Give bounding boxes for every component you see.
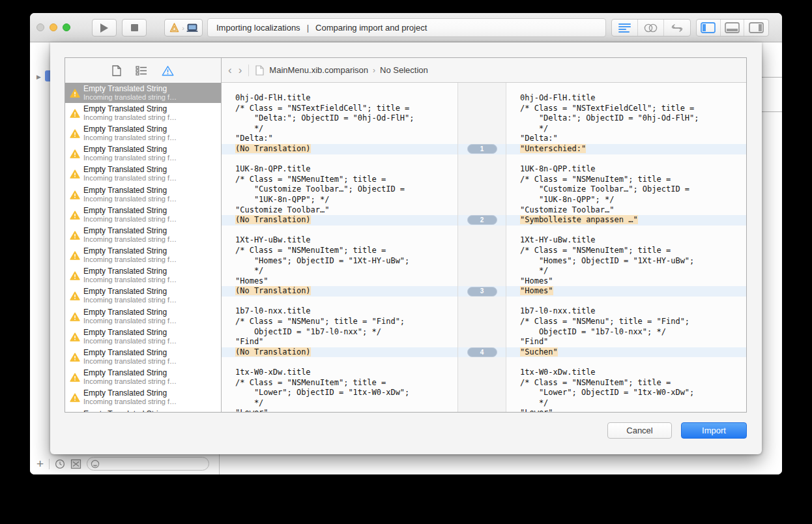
navigator-panel-button[interactable] — [697, 20, 721, 36]
play-icon — [100, 23, 108, 33]
debug-area-icon — [725, 22, 740, 33]
issue-list-item[interactable]: Empty Translated String Incoming transla… — [65, 225, 221, 245]
utilities-panel-button[interactable] — [744, 20, 768, 36]
code-line: "Customize Toolbar…"; ObjectID = — [506, 184, 746, 195]
list-tab-icon[interactable] — [136, 66, 147, 76]
issue-title: Empty Translated String — [83, 410, 177, 412]
issue-list-item[interactable]: Empty Translated String Incoming transla… — [65, 408, 221, 412]
recent-files-icon[interactable] — [55, 459, 65, 469]
import-button[interactable]: Import — [681, 422, 747, 439]
issue-subtitle: Incoming translated string f… — [83, 377, 177, 386]
zoom-window-button[interactable] — [63, 23, 70, 31]
warning-icon — [70, 89, 80, 98]
add-button[interactable]: + — [36, 457, 44, 471]
diff-badge[interactable]: 3 — [467, 287, 497, 297]
gutter-line — [458, 378, 506, 388]
warning-icon — [70, 373, 80, 382]
cancel-button[interactable]: Cancel — [607, 422, 672, 439]
issue-title: Empty Translated String — [83, 328, 177, 337]
file-tab-icon[interactable] — [112, 65, 121, 76]
breadcrumb-selection[interactable]: No Selection — [380, 65, 428, 75]
diff-badge[interactable]: 4 — [467, 347, 497, 357]
diff-badge[interactable]: 2 — [467, 215, 497, 225]
issue-title: Empty Translated String — [83, 186, 177, 195]
code-line: 1UK-8n-QPP.title — [222, 164, 457, 175]
issue-list-item[interactable]: Empty Translated String Incoming transla… — [65, 246, 221, 266]
issue-list-item[interactable]: Empty Translated String Incoming transla… — [65, 388, 221, 408]
navigator-filter-bar: + — [30, 453, 219, 474]
gutter-line: 1 — [458, 144, 506, 154]
diff-badge[interactable]: 1 — [467, 144, 497, 154]
issue-list-item[interactable]: Empty Translated String Incoming transla… — [65, 368, 221, 388]
import-target-pane: 0hj-Od-FlH.title/* Class = "NSTextFieldC… — [506, 83, 746, 412]
issue-list-item[interactable]: Empty Translated String Incoming transla… — [65, 103, 221, 123]
divider — [762, 111, 782, 112]
issue-list-item[interactable]: Empty Translated String Incoming transla… — [65, 144, 221, 164]
issue-title: Empty Translated String — [83, 308, 177, 317]
changed-string: "Unterschied:" — [520, 144, 586, 153]
issue-list-item[interactable]: Empty Translated String Incoming transla… — [65, 184, 221, 205]
xcode-window: › Importing localizations | Comparing im… — [30, 13, 782, 474]
forward-button[interactable]: › — [239, 65, 249, 76]
gutter-line: 3 — [458, 286, 506, 297]
code-line: */ — [222, 266, 457, 276]
disclosure-triangle-icon[interactable]: ▶ — [36, 74, 41, 80]
minimize-window-button[interactable] — [50, 23, 57, 31]
issue-list-item[interactable]: Empty Translated String Incoming transla… — [65, 83, 221, 103]
navigator-panel-icon — [701, 22, 716, 33]
breadcrumb-file[interactable]: MainMenu.xib.comparison — [269, 65, 368, 75]
diff-line: "Homes" — [506, 286, 746, 297]
issue-subtitle: Incoming translated string f… — [83, 357, 177, 366]
issue-list-item[interactable]: Empty Translated String Incoming transla… — [65, 164, 221, 184]
import-source-pane: 0hj-Od-FlH.title/* Class = "NSTextFieldC… — [222, 83, 457, 412]
issue-list-item[interactable]: Empty Translated String Incoming transla… — [65, 286, 221, 306]
divider — [49, 459, 50, 469]
standard-editor-button[interactable] — [612, 20, 638, 36]
issue-list-item[interactable]: Empty Translated String Incoming transla… — [65, 205, 221, 225]
code-line: */ — [506, 398, 746, 409]
filter-field[interactable] — [87, 457, 209, 471]
assistant-editor-button[interactable] — [638, 20, 664, 36]
issue-list-item[interactable]: Empty Translated String Incoming transla… — [65, 123, 221, 143]
code-line: 1Xt-HY-uBw.title — [506, 235, 746, 246]
utilities-panel-icon — [749, 22, 764, 33]
issues-sidebar: Empty Translated String Incoming transla… — [65, 58, 222, 412]
issue-list-item[interactable]: Empty Translated String Incoming transla… — [65, 347, 221, 367]
close-window-button[interactable] — [36, 23, 44, 31]
code-line — [506, 357, 746, 368]
stop-button[interactable] — [122, 19, 147, 36]
diff-line: (No Translation) — [222, 215, 457, 226]
app-scheme-icon — [169, 22, 180, 33]
code-line: */ — [222, 124, 457, 134]
diff-line: "Symbolleiste anpassen …" — [506, 215, 746, 226]
warnings-tab-icon[interactable] — [162, 65, 174, 76]
code-line: "Homes"; ObjectID = "1Xt-HY-uBw"; — [506, 256, 746, 267]
run-button[interactable] — [92, 19, 117, 36]
debug-area-button[interactable] — [721, 20, 745, 36]
gutter-line — [458, 205, 506, 216]
issue-list-item[interactable]: Empty Translated String Incoming transla… — [65, 306, 221, 327]
issue-subtitle: Incoming translated string f… — [83, 215, 177, 224]
issue-list-item[interactable]: Empty Translated String Incoming transla… — [65, 327, 221, 347]
back-button[interactable]: ‹ — [222, 65, 239, 76]
code-line: "Delta:" — [506, 134, 746, 144]
version-editor-button[interactable] — [664, 20, 690, 36]
gutter-line — [458, 175, 506, 185]
code-line — [222, 297, 457, 307]
code-line: "Customize Toolbar…"; ObjectID = — [222, 184, 457, 195]
unsaved-files-icon[interactable] — [70, 459, 81, 469]
status-separator: | — [307, 23, 309, 33]
scheme-selector[interactable]: › — [164, 19, 203, 36]
warning-icon — [70, 169, 80, 179]
diff-line: (No Translation) — [222, 144, 457, 154]
code-line: "Lower" — [506, 408, 746, 412]
code-line — [506, 226, 746, 236]
code-line: 0hj-Od-FlH.title — [506, 93, 746, 104]
issue-title: Empty Translated String — [83, 349, 177, 357]
filter-scope-icon — [91, 459, 100, 469]
version-editor-icon — [670, 23, 684, 33]
code-line: /* Class = "NSMenuItem"; title = — [222, 378, 457, 388]
issue-list-item[interactable]: Empty Translated String Incoming transla… — [65, 266, 221, 286]
gutter-line — [458, 93, 506, 104]
code-line: "Delta:"; ObjectID = "0hj-Od-FlH"; — [222, 113, 457, 124]
